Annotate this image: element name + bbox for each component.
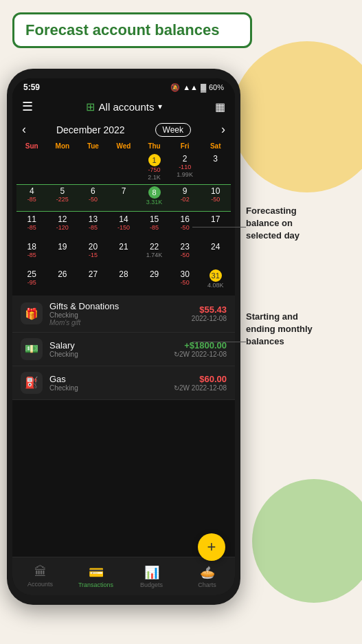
day-headers: Sun Mon Tue Wed Thu Fri Sat [16, 141, 231, 151]
transaction-item-salary[interactable]: 💵 Salary Checking +$1800.00 ↻2W 2022-12-… [12, 333, 235, 366]
dropdown-icon[interactable]: ▾ [158, 102, 162, 111]
cal-day-10[interactable]: 10 -50 [200, 185, 231, 211]
mute-icon: 🔕 [170, 83, 180, 92]
salary-icon: 💵 [21, 338, 43, 360]
cal-day-empty[interactable] [109, 153, 139, 183]
cal-day-empty[interactable] [78, 153, 109, 183]
cal-day-22[interactable]: 22 1.74K [139, 241, 170, 267]
day-15-amount: -85 [139, 224, 169, 232]
day-header-thu: Thu [139, 141, 170, 151]
cal-day-30[interactable]: 30 -50 [170, 268, 201, 294]
day-number-24: 24 [201, 242, 230, 252]
day-number-7: 7 [109, 186, 139, 196]
day-9-amount: -02 [170, 196, 200, 203]
cal-day-19[interactable]: 19 [47, 241, 78, 267]
cal-day-12[interactable]: 12 -120 [47, 213, 78, 239]
cal-day-empty[interactable] [16, 153, 47, 183]
day-number-2: 2 [170, 154, 200, 164]
header-account-title: All accounts [99, 101, 155, 113]
cal-day-6[interactable]: 6 -50 [78, 185, 109, 211]
day-number-9: 9 [170, 186, 200, 196]
cal-day-29[interactable]: 29 [139, 268, 170, 294]
cal-day-23[interactable]: 23 -50 [170, 241, 201, 267]
calendar-week-5: 25 -95 26 27 28 29 30 -50 [16, 268, 231, 294]
transaction-category-salary: Checking [49, 351, 174, 358]
day-5-amount: -225 [48, 196, 78, 203]
day-number-16: 16 [170, 214, 200, 224]
cal-day-9[interactable]: 9 -02 [170, 185, 201, 211]
callout-forecast-text: Forecastingbalance onselected day [246, 205, 299, 243]
calendar-week-2: 4 -85 5 -225 6 -50 7 8 3.31K [16, 184, 231, 212]
cal-day-empty[interactable] [47, 153, 78, 183]
cal-day-17[interactable]: 17 [200, 213, 231, 239]
month-title: December 2022 [56, 124, 125, 135]
day-number-23: 23 [170, 242, 200, 252]
day-22-balance: 1.74K [139, 252, 169, 259]
day-number-21: 21 [109, 242, 139, 252]
callout-line-forecast [192, 227, 246, 227]
nav-transactions[interactable]: 💳 Transactions [68, 565, 124, 588]
cal-day-15[interactable]: 15 -85 [139, 213, 170, 239]
calendar-week-4: 18 -85 19 20 -15 21 22 1.74K 2 [16, 241, 231, 267]
cal-day-8[interactable]: 8 3.31K [139, 185, 170, 211]
day-header-wed: Wed [109, 141, 139, 151]
prev-month-button[interactable]: ‹ [22, 122, 26, 137]
header-title-area[interactable]: ⊞ All accounts ▾ [86, 100, 163, 113]
cal-day-5[interactable]: 5 -225 [47, 185, 78, 211]
cal-day-25[interactable]: 25 -95 [16, 268, 47, 294]
cal-day-24[interactable]: 24 [200, 241, 231, 267]
day-number-11: 11 [17, 214, 47, 224]
nav-charts[interactable]: 🥧 Charts [179, 565, 235, 588]
cal-day-1[interactable]: 1 -750 2.1K [139, 153, 170, 183]
day-number-30: 30 [170, 269, 200, 279]
transaction-item-gas[interactable]: ⛽ Gas Checking $60.00 ↻2W 2022-12-08 [12, 366, 235, 400]
callout-balances: Starting andending monthlybalances [246, 311, 313, 348]
cal-day-18[interactable]: 18 -85 [16, 241, 47, 267]
cal-day-4[interactable]: 4 -85 [16, 185, 47, 211]
day-23-amount: -50 [170, 252, 200, 259]
view-toggle-icon[interactable]: ▦ [215, 100, 225, 113]
nav-budgets[interactable]: 📊 Budgets [124, 565, 179, 588]
cal-day-3[interactable]: 3 [200, 153, 231, 183]
day-number-10: 10 [201, 186, 230, 196]
day-number-26: 26 [48, 269, 78, 279]
cal-day-20[interactable]: 20 -15 [78, 241, 109, 267]
cal-day-13[interactable]: 13 -85 [78, 213, 109, 239]
day-number-13: 13 [78, 214, 108, 224]
transaction-right-gifts: $55.43 2022-12-08 [192, 304, 227, 322]
cal-day-28[interactable]: 28 [109, 268, 139, 294]
day-number-17: 17 [201, 214, 230, 224]
nav-accounts[interactable]: 🏛 Accounts [12, 565, 68, 588]
calendar-week-3: 11 -85 12 -120 13 -85 14 -150 15 -85 [16, 213, 231, 239]
battery-percent: 60% [209, 83, 224, 91]
day-20-amount: -15 [78, 252, 108, 259]
cal-day-27[interactable]: 27 [78, 268, 109, 294]
cal-day-2[interactable]: 2 -110 1.99K [170, 153, 201, 183]
transaction-category-gas: Checking [49, 384, 174, 392]
bottom-nav: 🏛 Accounts 💳 Transactions 📊 Budgets 🥧 Ch… [12, 557, 235, 595]
callout-forecast: Forecastingbalance onselected day [246, 205, 299, 243]
day-header-mon: Mon [47, 141, 78, 151]
transaction-date-gas: ↻2W 2022-12-08 [174, 384, 227, 392]
cal-day-31[interactable]: 31 4.08K [200, 268, 231, 294]
calendar-nav: ‹ December 2022 Week › [12, 118, 235, 141]
transaction-item-gifts[interactable]: 🎁 Gifts & Donations Checking Mom's gift … [12, 296, 235, 333]
salary-date: 2022-12-08 [192, 351, 227, 358]
cal-day-7[interactable]: 7 [109, 185, 139, 211]
add-transaction-fab[interactable]: + [198, 533, 225, 561]
transaction-note-gifts: Mom's gift [49, 319, 192, 326]
cal-day-16[interactable]: 16 -50 [170, 213, 201, 239]
calendar-week-1: 1 -750 2.1K 2 -110 1.99K 3 [16, 153, 231, 183]
gas-recur-icon: ↻2W [174, 384, 190, 392]
budgets-nav-label: Budgets [140, 581, 163, 588]
transaction-info-gifts: Gifts & Donations Checking Mom's gift [49, 301, 192, 326]
cal-day-11[interactable]: 11 -85 [16, 213, 47, 239]
menu-icon[interactable]: ☰ [22, 99, 33, 114]
day-2-amount: -110 [170, 164, 200, 171]
cal-day-21[interactable]: 21 [109, 241, 139, 267]
cal-day-14[interactable]: 14 -150 [109, 213, 139, 239]
next-month-button[interactable]: › [221, 122, 225, 137]
accounts-nav-label: Accounts [27, 581, 53, 588]
week-mode-badge[interactable]: Week [155, 123, 191, 137]
cal-day-26[interactable]: 26 [47, 268, 78, 294]
